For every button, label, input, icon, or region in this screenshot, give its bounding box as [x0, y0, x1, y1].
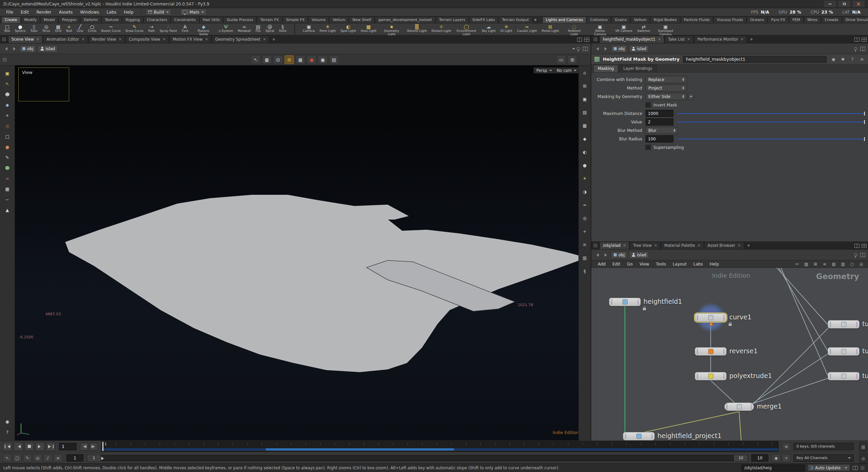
shelf-tool[interactable]: ▩ Area Light: [358, 24, 379, 35]
audio-icon[interactable]: ♪: [43, 454, 52, 462]
blur-method-select[interactable]: Blur: [646, 127, 678, 134]
shelf-tab[interactable]: Characters: [143, 17, 171, 23]
key-options-icon[interactable]: +: [782, 454, 791, 462]
pane-menu-icon[interactable]: [593, 243, 597, 248]
plugin-icon[interactable]: ◉: [3, 418, 12, 425]
pane-tab[interactable]: heightfield_maskbyobject1 ×: [599, 36, 664, 43]
node-body[interactable]: [828, 320, 860, 329]
node-body[interactable]: [695, 372, 727, 380]
back-button[interactable]: [594, 252, 601, 258]
param-menu-icon[interactable]: ≡: [859, 56, 865, 63]
pin-icon[interactable]: [854, 47, 857, 50]
frame-range-slider[interactable]: 1 10: [87, 455, 748, 461]
shelf-tool[interactable]: ⊞ Portal Light: [539, 24, 561, 35]
key-mode-selector[interactable]: Key All Channels: [793, 454, 854, 462]
shelf-tool[interactable]: ~ Bezier Curve: [99, 24, 123, 35]
status-options-icon[interactable]: [861, 466, 865, 470]
node-tu-2[interactable]: tu: [828, 347, 860, 356]
view-state-icon[interactable]: ▣: [3, 70, 12, 77]
close-tab-icon[interactable]: ×: [741, 38, 744, 41]
shelf-tool[interactable]: ◆ Platonic Solids: [191, 24, 217, 35]
supersampling-checkbox[interactable]: [646, 145, 651, 150]
shelf-tab[interactable]: Crowds: [821, 17, 842, 23]
path-node-chip[interactable]: islad: [629, 251, 649, 259]
close-tab-icon[interactable]: ×: [623, 244, 626, 247]
play-button[interactable]: [35, 442, 45, 451]
shelf-tool[interactable]: A Font: [179, 24, 191, 35]
network-tab[interactable]: Tree View ×: [630, 242, 660, 249]
hair-tool-icon[interactable]: ~: [3, 196, 12, 203]
shelf-tool[interactable]: ▦ Grid: [53, 24, 64, 35]
muscle-tool-icon[interactable]: ≈: [3, 175, 12, 182]
secure-selection-icon[interactable]: ▦: [262, 55, 272, 64]
shelf-tab[interactable]: Create: [1, 17, 21, 23]
shelf-tab[interactable]: Wires: [804, 17, 821, 23]
shelf-tool[interactable]: ▯ Tube: [28, 24, 40, 35]
node-body[interactable]: [828, 347, 860, 356]
translate-tool-icon[interactable]: +: [3, 112, 12, 119]
network-menu-item[interactable]: View: [636, 261, 652, 267]
split-pane-icon[interactable]: [854, 38, 860, 42]
shelf-tool[interactable]: + Null: [64, 24, 74, 35]
shelf-tool[interactable]: ∞ Metaball: [235, 24, 253, 35]
visualizer-icon[interactable]: ◎: [581, 214, 589, 222]
jump-to-end-button[interactable]: [46, 442, 56, 451]
rotate-tool-icon[interactable]: ◎: [3, 122, 12, 130]
main-desktop-selector[interactable]: Main: [180, 8, 207, 16]
range-end-field[interactable]: 10: [751, 454, 768, 461]
lock-handle-icon[interactable]: ◆: [3, 101, 12, 109]
shelf-tab[interactable]: Constraints: [171, 17, 199, 23]
current-frame-field[interactable]: 1: [59, 443, 77, 450]
viewport-menu-icon[interactable]: [3, 58, 7, 62]
shelf-tool[interactable]: ▣ Gamepad Camera: [653, 24, 678, 35]
close-tab-icon[interactable]: ×: [687, 38, 690, 41]
network-menu-item[interactable]: Go: [624, 261, 636, 267]
multi-snap-icon[interactable]: ⊞: [284, 55, 294, 64]
shelf-tool[interactable]: ☀ Point Light: [317, 24, 338, 35]
layout-quad-icon[interactable]: ⊞: [568, 55, 577, 64]
select-state-icon[interactable]: ↖: [3, 80, 12, 87]
shelf-tool[interactable]: ▣ VR Camera: [613, 24, 635, 35]
shelf-tool[interactable]: ⇄ Switcher: [635, 24, 653, 35]
shelf-tab[interactable]: New Shelf: [349, 17, 374, 23]
shelf-tab[interactable]: Terrain Output: [499, 17, 532, 23]
pane-tab[interactable]: Take List ×: [665, 36, 693, 43]
method-select[interactable]: Project: [646, 84, 687, 92]
help-icon[interactable]: ?: [849, 56, 856, 63]
path-root-chip[interactable]: obj: [611, 45, 627, 53]
paint-tool-icon[interactable]: ✎: [3, 154, 12, 161]
shelf-tab[interactable]: Modify: [21, 17, 40, 23]
pane-tab[interactable]: Motion FX View ×: [169, 36, 211, 43]
network-tab[interactable]: Material Palette ×: [661, 242, 704, 249]
split-pane-icon[interactable]: [854, 244, 860, 248]
combine-with-existing-select[interactable]: Replace: [646, 76, 687, 83]
path-root-chip[interactable]: obj: [20, 45, 36, 53]
shelf-tab[interactable]: Model: [40, 17, 58, 23]
split-pane-icon[interactable]: [577, 38, 582, 42]
new-pane-tab-button[interactable]: +: [270, 36, 278, 43]
shelf-tab[interactable]: Particle Fluids: [680, 17, 713, 23]
lighting-icon[interactable]: ☀: [581, 175, 589, 182]
play-reverse-button[interactable]: [14, 442, 23, 451]
shelf-tab[interactable]: Lights and Cameras: [542, 17, 587, 23]
link-pane-icon[interactable]: [583, 47, 588, 51]
forward-button[interactable]: [11, 45, 18, 52]
sculpt-tool-icon[interactable]: ●: [3, 143, 12, 151]
shelf-tool[interactable]: Ψ L-System: [217, 24, 236, 35]
flipbook-icon[interactable]: ▣: [318, 55, 328, 64]
wireframe-icon[interactable]: ◐: [581, 148, 589, 156]
playbar-options-icon[interactable]: ≡: [54, 454, 62, 462]
cut-icon[interactable]: ✂: [794, 261, 801, 267]
handles-icon[interactable]: +: [581, 228, 589, 235]
shelf-tool[interactable]: ≈ Caustic Light: [515, 24, 539, 35]
shelf-overflow-button[interactable]: [534, 17, 537, 23]
camera-selector-button[interactable]: No cam: [554, 67, 579, 74]
shelf-tool[interactable]: ◯ Environment Light: [453, 24, 479, 35]
scale-tool-icon[interactable]: □: [3, 133, 12, 140]
render-region-icon[interactable]: ●: [307, 55, 316, 64]
quad-pane-icon[interactable]: [584, 38, 589, 42]
blur-radius-slider[interactable]: [677, 136, 865, 142]
shelf-tool[interactable]: ▣ Camera: [300, 24, 317, 35]
spinner-icon[interactable]: [680, 77, 684, 82]
network-canvas[interactable]: Indie Edition Geometry heightfield1: [591, 268, 868, 440]
